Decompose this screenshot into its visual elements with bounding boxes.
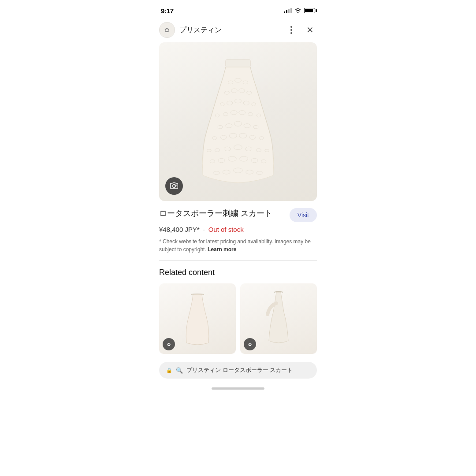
related-grid: ✿ ✿ xyxy=(159,283,317,354)
battery-icon xyxy=(304,8,315,13)
disclaimer-text: * Check website for latest pricing and a… xyxy=(159,238,317,253)
search-icon: 🔍 xyxy=(176,367,183,374)
bottom-bar: 🔒 🔍 プリスティン ロータスボーラー スカート xyxy=(152,357,324,387)
related-card-2-brand-icon: ✿ xyxy=(244,338,256,350)
related-card-1[interactable]: ✿ xyxy=(159,283,236,354)
home-indicator xyxy=(152,387,324,393)
lock-icon: 🔒 xyxy=(166,368,172,373)
related-section: Related content ✿ xyxy=(152,261,324,354)
product-title-row: ロータスボーラー刺繍 スカート Visit xyxy=(159,208,317,222)
more-button[interactable] xyxy=(284,23,298,37)
related-item-2-illustration xyxy=(261,290,296,347)
home-indicator-bar xyxy=(212,387,264,390)
top-nav: ✿ プリスティン ✕ xyxy=(152,19,324,42)
three-dots-icon xyxy=(290,26,292,34)
price-dot: · xyxy=(203,226,205,233)
wifi-icon xyxy=(294,8,301,13)
search-bar[interactable]: 🔒 🔍 プリスティン ロータスボーラー スカート xyxy=(159,362,317,379)
status-icons xyxy=(284,8,315,13)
svg-point-49 xyxy=(174,186,175,187)
related-card-1-brand-icon: ✿ xyxy=(163,338,175,350)
product-image xyxy=(159,42,317,201)
status-bar: 9:17 xyxy=(152,0,324,19)
product-info: ロータスボーラー刺繍 スカート Visit ¥48,400 JPY* · Out… xyxy=(152,201,324,253)
product-price-row: ¥48,400 JPY* · Out of stock xyxy=(159,226,317,233)
related-content-title: Related content xyxy=(159,268,317,277)
status-time: 9:17 xyxy=(161,7,174,15)
camera-search-button[interactable] xyxy=(165,177,183,195)
product-image-container xyxy=(159,42,317,201)
related-item-1-illustration xyxy=(180,290,215,347)
learn-more-link[interactable]: Learn more xyxy=(208,246,236,253)
out-of-stock-badge: Out of stock xyxy=(208,226,244,233)
product-price: ¥48,400 JPY* xyxy=(159,226,200,233)
brand-avatar: ✿ xyxy=(159,22,175,38)
signal-icon xyxy=(284,8,292,13)
product-title: ロータスボーラー刺繍 スカート xyxy=(159,208,285,219)
related-card-2[interactable]: ✿ xyxy=(240,283,317,354)
brand-name: プリスティン xyxy=(179,26,280,35)
camera-search-icon xyxy=(170,182,178,190)
skirt-illustration xyxy=(194,56,282,188)
search-query-text: プリスティン ロータスボーラー スカート xyxy=(186,366,310,374)
svg-rect-0 xyxy=(226,60,250,67)
close-button[interactable]: ✕ xyxy=(303,23,317,37)
brand-logo-symbol: ✿ xyxy=(164,26,170,33)
visit-button[interactable]: Visit xyxy=(290,208,317,222)
